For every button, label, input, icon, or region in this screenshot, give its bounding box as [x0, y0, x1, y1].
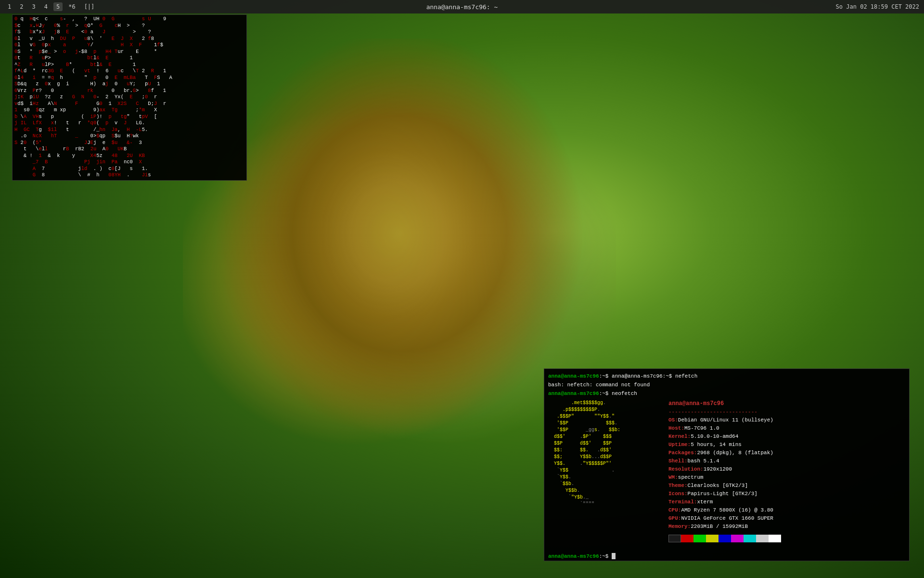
terminal-cursor — [612, 553, 616, 559]
info-theme: Theme: Clearlooks [GTK2/3] — [668, 482, 905, 490]
info-username: anna@anna-ms7c96 — [668, 400, 905, 408]
info-gpu: GPU: NVIDIA GeForce GTX 1660 SUPER — [668, 514, 905, 523]
swatch-3 — [706, 535, 719, 542]
taskbar-datetime: So Jan 02 18:59 CET 2022 — [836, 3, 919, 10]
neofetch-system-info: anna@anna-ms7c96 -----------------------… — [664, 400, 905, 549]
info-separator: ---------------------------- — [668, 408, 905, 416]
prompt-line-1: anna@anna-ms7c96:~$ anna@anna-ms7c96:~$ … — [548, 372, 905, 381]
swatch-0 — [668, 535, 681, 542]
taskbar-tabs[interactable]: 1 2 3 4 5 *6 [|] — [5, 2, 97, 11]
info-packages: Packages: 2968 (dpkg), 8 (flatpak) — [668, 449, 905, 457]
neofetch-window[interactable]: anna@anna-ms7c96:~$ anna@anna-ms7c96:~$ … — [544, 368, 910, 561]
tab-1[interactable]: 1 — [5, 2, 14, 11]
info-terminal: Terminal: xterm — [668, 498, 905, 506]
info-memory: Memory: 2203MiB / 15992MiB — [668, 523, 905, 531]
info-kernel: Kernel: 5.10.0-10-amd64 — [668, 433, 905, 441]
error-line: bash: nefetch: command not found — [548, 381, 905, 389]
swatch-2 — [693, 535, 706, 542]
tab-3[interactable]: 3 — [29, 2, 38, 11]
tab-4[interactable]: 4 — [41, 2, 51, 11]
vim-content: 0 q Hq< c s- , ? UH 0 G s U 9 $c x.HJy 0… — [13, 15, 246, 180]
taskbar: 1 2 3 4 5 *6 [|] anna@anna-ms7c96: ~ So … — [0, 0, 924, 13]
info-wm: WM: spectrum — [668, 473, 905, 482]
tab-5[interactable]: 5 — [53, 2, 63, 11]
info-uptime: Uptime: 5 hours, 14 mins — [668, 441, 905, 449]
swatch-1 — [681, 535, 693, 542]
info-icons: Icons: Papirus-Light [GTK2/3] — [668, 490, 905, 498]
info-resolution: Resolution: 924x578 — [668, 465, 905, 473]
swatch-6 — [744, 535, 756, 542]
vim-window[interactable]: 0 q Hq< c s- , ? UH 0 G s U 9 $c x.HJy 0… — [12, 14, 247, 181]
neofetch-content: anna@anna-ms7c96:~$ anna@anna-ms7c96:~$ … — [544, 369, 909, 552]
neofetch-commands: anna@anna-ms7c96:~$ anna@anna-ms7c96:~$ … — [548, 372, 905, 398]
neofetch-bottom-prompt: anna@anna-ms7c96:~$ — [544, 552, 909, 561]
swatch-4 — [719, 535, 731, 542]
info-cpu: CPU: AMD Ryzen 7 5800X (16) @ 3.80 — [668, 506, 905, 514]
tab-2[interactable]: 2 — [17, 2, 26, 11]
info-shell: Shell: bash 5.1.4 — [668, 457, 905, 465]
color-swatches — [668, 535, 905, 542]
neofetch-body: .met$$$$$gg. .p$$$$$$$$$P. .$$$P" ""Y$$.… — [548, 400, 905, 549]
swatch-7 — [756, 535, 769, 542]
tab-6[interactable]: *6 — [65, 2, 78, 11]
info-host: Host: MS-7C96 1.0 — [668, 424, 905, 433]
info-os: OS: Debian GNU/Linux 11 (bullseye) — [668, 416, 905, 424]
swatch-5 — [731, 535, 744, 542]
tab-brackets[interactable]: [|] — [81, 2, 98, 11]
taskbar-left: 1 2 3 4 5 *6 [|] — [5, 2, 97, 11]
taskbar-title: anna@anna-ms7c96: ~ — [426, 3, 498, 11]
prompt-line-2: anna@anna-ms7c96:~$ neofetch — [548, 389, 905, 398]
swatch-8 — [769, 535, 781, 542]
neofetch-ascii-art: .met$$$$$gg. .p$$$$$$$$$P. .$$$P" ""Y$$.… — [548, 400, 664, 549]
